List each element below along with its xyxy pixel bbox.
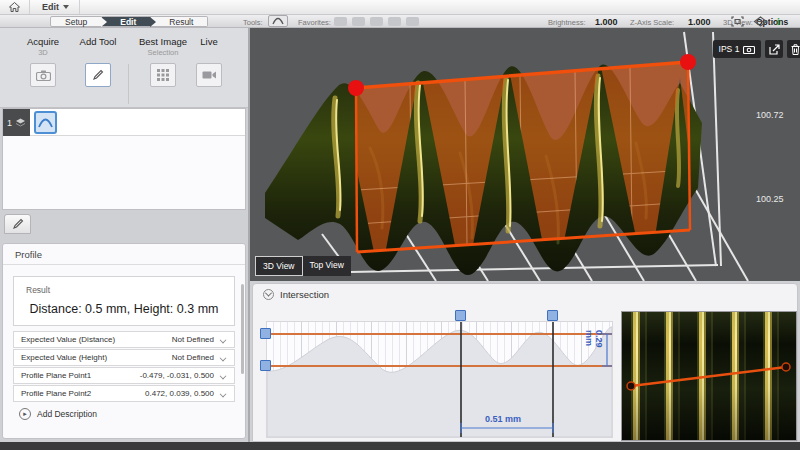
home-icon xyxy=(9,2,20,12)
tab-edit[interactable]: Edit xyxy=(102,16,151,27)
titlebar: Edit xyxy=(0,0,800,15)
trash-icon xyxy=(791,44,800,55)
favorites-label: Favorites: xyxy=(298,18,331,27)
brightness-value[interactable]: 1.000 xyxy=(595,17,618,27)
view-mode-toggle: 3D View Top View xyxy=(255,256,351,276)
intersection-header: Intersection xyxy=(253,284,797,300)
line-endpoint-right[interactable] xyxy=(782,363,790,371)
height-measure-label: 0.29 mm xyxy=(584,330,604,348)
home-button[interactable] xyxy=(0,0,30,14)
grid-icon xyxy=(157,69,169,81)
3d-scene xyxy=(250,28,800,281)
tool-list-row: 1 xyxy=(3,109,245,136)
ribbon-group-live: Live xyxy=(186,36,232,87)
camera-image[interactable] xyxy=(621,311,797,441)
intersection-title: Intersection xyxy=(280,289,329,300)
export-icon xyxy=(769,44,780,55)
best-image-selection-button[interactable] xyxy=(150,63,176,87)
video-camera-icon xyxy=(202,70,217,80)
status-strip xyxy=(0,442,800,450)
3d-viewport[interactable]: IPS 1 100.72 100.25 3D View Top View xyxy=(250,28,800,281)
line-endpoint-left[interactable] xyxy=(627,382,635,390)
z-axis-tick-upper: 100.72 xyxy=(756,110,784,120)
right-distance-handle[interactable] xyxy=(547,310,558,321)
main-toolbar: Setup Edit Result Tools: Favorites: Brig… xyxy=(0,15,800,28)
plane-endpoint-marker-left[interactable] xyxy=(348,80,364,96)
result-label: Result xyxy=(26,285,50,295)
chevron-down-icon[interactable] xyxy=(220,390,227,397)
profile-area xyxy=(267,327,612,437)
add-tool-button[interactable] xyxy=(85,63,111,87)
chevron-down-icon[interactable] xyxy=(220,354,227,361)
result-box: Result Distance: 0.5 mm, Height: 0.3 mm xyxy=(13,276,235,326)
profile-chart: 0.51 mm 0.29 mm xyxy=(266,321,613,438)
info-icon[interactable]: i xyxy=(777,16,780,27)
measure-line-overlay xyxy=(622,312,796,440)
tab-result[interactable]: Result xyxy=(151,16,208,27)
plane-point2-row[interactable]: Profile Plane Point2 0.472, 0.039, 0.500 xyxy=(13,385,235,402)
pencil-icon xyxy=(12,218,24,230)
layer-index: 1 xyxy=(7,118,12,128)
tool-list-panel: 1 xyxy=(2,108,246,210)
brightness-label: Brightness: xyxy=(548,18,586,27)
acquire-ribbon: Acquire 3D Add Tool Best Image Selection… xyxy=(0,28,248,108)
delete-button[interactable] xyxy=(787,40,800,58)
profile-tool-selected-tile[interactable] xyxy=(34,111,57,134)
view-3d-button[interactable]: 3D View xyxy=(255,256,303,276)
ribbon-group-add-tool: Add Tool xyxy=(72,36,124,87)
z-axis-tick-lower: 100.25 xyxy=(756,194,784,204)
favorite-slot-2[interactable] xyxy=(352,17,365,26)
live-button[interactable] xyxy=(196,63,222,87)
camera-icon xyxy=(36,70,51,81)
zaxis-scale-label: Z-Axis Scale: xyxy=(630,18,674,27)
ribbon-separator xyxy=(128,64,129,104)
expected-distance-row[interactable]: Expected Value (Distance) Not Defined xyxy=(13,331,235,348)
chevron-down-icon[interactable] xyxy=(220,372,227,379)
view-top-button[interactable]: Top View xyxy=(303,256,351,276)
application-window: Edit Setup Edit Result Tools: Favorites:… xyxy=(0,0,800,450)
tools-label: Tools: xyxy=(243,18,263,27)
zaxis-scale-value[interactable]: 1.000 xyxy=(688,17,711,27)
profile-panel-title: Profile xyxy=(3,244,245,265)
perspective-icon[interactable] xyxy=(753,16,768,27)
profile-chart-svg xyxy=(267,322,612,437)
export-button[interactable] xyxy=(765,40,783,58)
upper-height-handle[interactable] xyxy=(260,328,271,339)
expander-icon: ▸ xyxy=(19,408,31,420)
lower-height-handle[interactable] xyxy=(260,360,271,371)
layers-icon xyxy=(15,118,26,127)
favorite-slot-4[interactable] xyxy=(388,17,401,26)
expected-height-row[interactable]: Expected Value (Height) Not Defined xyxy=(13,349,235,366)
ips-capture-button[interactable]: IPS 1 xyxy=(713,40,761,58)
ribbon-group-acquire: Acquire 3D xyxy=(14,36,72,87)
add-description-button[interactable]: ▸ Add Description xyxy=(19,408,97,420)
favorite-slot-1[interactable] xyxy=(334,17,347,26)
edit-menu-button[interactable]: Edit xyxy=(30,0,80,14)
edit-profile-tab[interactable] xyxy=(4,214,31,234)
intersection-panel: Intersection xyxy=(252,283,798,442)
profile-scrollbar[interactable] xyxy=(241,284,244,374)
left-distance-handle[interactable] xyxy=(455,310,466,321)
toolbar-icons: i xyxy=(731,15,800,28)
favorite-slot-5[interactable] xyxy=(406,17,419,26)
layer-cell[interactable]: 1 xyxy=(3,109,30,136)
profile-tool-button[interactable] xyxy=(268,15,288,27)
edit-menu-label: Edit xyxy=(42,2,59,12)
camera-icon xyxy=(743,45,755,54)
chevron-down-icon[interactable] xyxy=(220,336,227,343)
intersection-plane[interactable] xyxy=(356,62,690,252)
profile-curve-icon xyxy=(272,17,284,25)
frame-icon[interactable] xyxy=(731,16,744,27)
profile-curve-icon xyxy=(38,118,53,128)
tab-setup[interactable]: Setup xyxy=(50,16,102,27)
plane-endpoint-marker-right[interactable] xyxy=(680,54,696,70)
profile-panel: Profile Result Distance: 0.5 mm, Height:… xyxy=(2,243,246,439)
collapse-icon[interactable] xyxy=(263,289,274,300)
plane-point1-row[interactable]: Profile Plane Point1 -0.479, -0.031, 0.5… xyxy=(13,367,235,384)
favorite-slot-3[interactable] xyxy=(370,17,383,26)
result-value: Distance: 0.5 mm, Height: 0.3 mm xyxy=(14,302,234,316)
width-measure-label: 0.51 mm xyxy=(485,414,521,424)
menu-caret-icon xyxy=(63,5,69,9)
acquire-3d-button[interactable] xyxy=(30,63,56,87)
workflow-breadcrumb: Setup Edit Result xyxy=(50,16,208,27)
